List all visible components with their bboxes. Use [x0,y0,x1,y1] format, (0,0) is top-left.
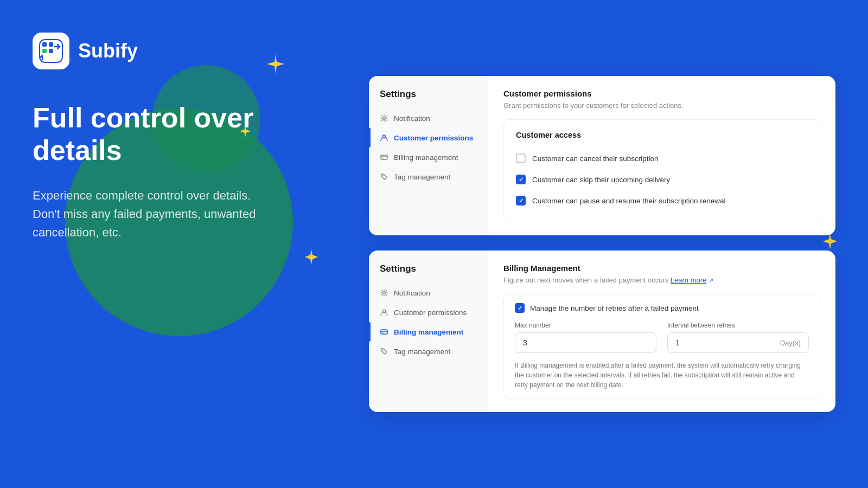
interval-unit: Day(s) [780,339,801,347]
card2-customer-permissions-label: Customer permissions [394,309,467,317]
card2-content-subtitle: Figure out next moves when a failed paym… [503,276,820,284]
svg-rect-12 [381,330,387,334]
billing-icon [380,153,388,162]
card2-tag-label: Tag management [394,348,450,356]
skip-label: Customer can skip their upcoming deliver… [532,176,670,184]
manage-retries-label: Manage the number of retries after a fai… [530,304,699,312]
sidebar-item-notification[interactable]: Notification [369,108,488,128]
max-number-field: Max number 3 [515,322,656,353]
sidebar-customer-permissions-label: Customer permissions [394,134,473,142]
pause-label: Customer can pause and resume their subs… [532,197,725,205]
svg-rect-2 [42,49,47,53]
card2-sidebar-item-customer[interactable]: Customer permissions [369,303,488,322]
permission-pause: Customer can pause and resume their subs… [516,190,808,211]
svg-rect-13 [382,333,384,333]
card2-notification-label: Notification [394,289,430,297]
billing-management-card: Settings Notification Customer [369,251,835,412]
card2-sidebar-item-billing[interactable]: Billing management [369,322,488,342]
tag-icon [380,172,388,181]
card2-subtitle-text: Figure out next moves when a failed paym… [503,276,668,284]
max-number-value: 3 [523,338,527,347]
card2-content: Billing Management Figure out next moves… [488,251,835,412]
card2-content-title: Billing Management [503,264,820,273]
billing-inner-card: Manage the number of retries after a fai… [503,294,820,399]
svg-rect-7 [381,155,387,159]
permission-skip: Customer can skip their upcoming deliver… [516,169,808,190]
card2-sidebar: Settings Notification Customer [369,251,488,412]
billing-fields: Max number 3 Interval between retries 1 … [515,322,809,353]
card2-billing-label: Billing management [394,328,463,336]
cancel-checkbox[interactable] [516,153,526,163]
interval-field: Interval between retries 1 Day(s) [667,322,809,353]
customer-permissions-card: Settings Notification Customer [369,76,835,235]
svg-point-14 [382,350,384,351]
card2-sidebar-title: Settings [369,264,488,283]
pause-checkbox[interactable] [516,196,526,206]
card1-sidebar-title: Settings [369,89,488,108]
interval-input[interactable]: 1 Day(s) [667,332,809,353]
sidebar-notification-label: Notification [394,114,430,123]
brand-name: Subify [78,40,138,62]
max-number-label: Max number [515,322,656,329]
billing-manage-row: Manage the number of retries after a fai… [515,303,809,313]
svg-point-10 [383,292,386,294]
permission-cancel: Customer can cancel their subscription [516,148,808,169]
card1-sidebar: Settings Notification Customer [369,76,488,235]
svg-point-9 [382,175,384,176]
gear-icon [380,114,388,123]
interval-label: Interval between retries [667,322,809,329]
interval-value: 1 [675,338,680,347]
subtext: Experience complete control over details… [33,187,293,242]
svg-rect-0 [42,42,47,47]
tag-icon-2 [380,347,388,356]
gear-icon-2 [380,288,388,297]
logo-icon [33,33,69,69]
person-icon [380,133,388,142]
sidebar-item-tag[interactable]: Tag management [369,167,488,187]
manage-retries-checkbox[interactable] [515,303,525,313]
sidebar-item-customer-permissions[interactable]: Customer permissions [369,128,488,147]
sidebar-item-billing[interactable]: Billing management [369,147,488,167]
logo-area: Subify [33,33,304,69]
cancel-label: Customer can cancel their subscription [532,155,659,163]
svg-rect-3 [49,49,53,53]
card1-content-title: Customer permissions [503,89,820,98]
svg-rect-1 [49,42,53,47]
card1-content-subtitle: Grant permissions to your customers for … [503,101,820,110]
learn-more-link[interactable]: Learn more [671,276,706,284]
billing-description: If Billing management is enabled,after a… [515,361,809,390]
sidebar-tag-label: Tag management [394,173,450,181]
max-number-input[interactable]: 3 [515,332,656,353]
customer-access-card: Customer access Customer can cancel thei… [503,119,820,222]
skip-checkbox[interactable] [516,175,526,184]
right-panel: Settings Notification Customer [336,0,868,488]
svg-point-5 [383,117,386,120]
card2-sidebar-item-tag[interactable]: Tag management [369,342,488,361]
headline: Full control over details [33,102,304,167]
left-panel: Subify Full control over details Experie… [0,0,336,488]
sidebar-billing-label: Billing management [394,153,458,162]
svg-rect-8 [382,158,384,159]
customer-access-title: Customer access [516,131,808,139]
card2-sidebar-item-notification[interactable]: Notification [369,283,488,303]
billing-icon-2 [380,328,388,336]
external-link-icon: ↗ [709,277,713,284]
person-icon-2 [380,308,388,317]
card1-content: Customer permissions Grant permissions t… [488,76,835,235]
